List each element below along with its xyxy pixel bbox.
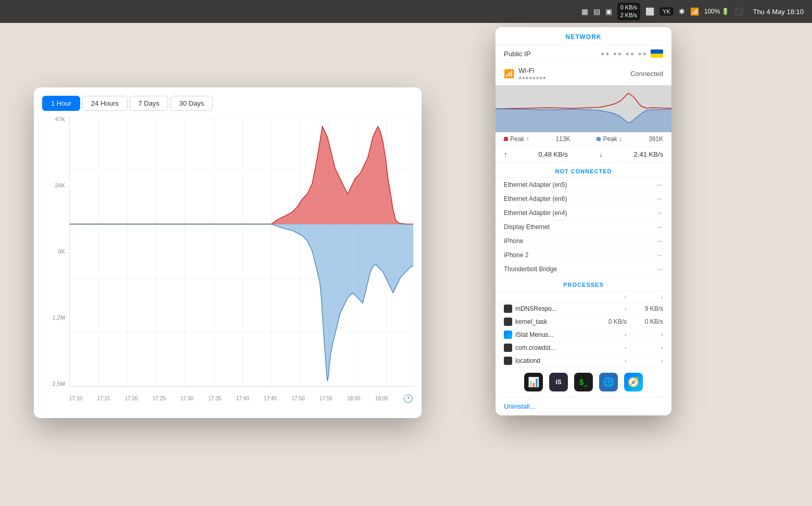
adapter-icon-5: ↔	[656, 251, 663, 259]
peak-up-value: 113K	[556, 135, 570, 143]
y-label-4: 2,5M	[42, 381, 65, 387]
y-axis: 47K 24K 0K 1,2M 2,5M	[42, 116, 67, 387]
adapter-row-6[interactable]: Thunderbolt Bridge ↔	[496, 262, 671, 276]
processes-header: ↑ ↓	[496, 292, 671, 302]
adapter-name-5: iPhone 2	[504, 251, 528, 259]
process-down-3: -	[627, 344, 663, 351]
screen-icon[interactable]: ⬜	[645, 7, 654, 16]
mem-icon[interactable]: ▤	[593, 7, 600, 16]
process-up-3: -	[590, 344, 627, 351]
btn-1hour[interactable]: 1 Hour	[42, 96, 80, 111]
processes-down-header: ↓	[627, 294, 663, 300]
peak-down-value: 391K	[649, 135, 663, 143]
adapter-name-2: Ethernet Adapter (en4)	[504, 209, 567, 217]
svg-marker-22	[496, 109, 671, 132]
graph-toolbar: 1 Hour 24 Hours 7 Days 30 Days	[34, 87, 422, 116]
process-up-1: 0 KB/s	[590, 318, 627, 325]
graph-window: 1 Hour 24 Hours 7 Days 30 Days 47K 24K 0…	[34, 87, 422, 418]
peak-down-dot	[597, 137, 601, 141]
x-label-6: 17:40	[236, 396, 249, 401]
adapter-name-1: Ethernet Adapter (en6)	[504, 195, 567, 203]
battery-percent: 100%	[704, 8, 720, 15]
adapter-row-0[interactable]: Ethernet Adapter (en5) ↔	[496, 178, 671, 192]
network-speed-display[interactable]: 0 KB/s 2 KB/s	[617, 3, 640, 21]
adapter-row-5[interactable]: iPhone 2 ↔	[496, 248, 671, 262]
down-arrow: ↓	[599, 150, 603, 158]
adapter-icon-6: ↔	[656, 265, 663, 273]
process-down-1: 0 KB/s	[627, 318, 663, 325]
adapter-icon-2: ↔	[656, 209, 663, 217]
wifi-icon[interactable]: 📶	[690, 7, 699, 16]
x-label-2: 17:20	[125, 396, 138, 401]
wifi-left: 📶 Wi-Fi ●●●●●●●●	[504, 67, 546, 81]
x-axis: 17:10 17:15 17:20 17:25 17:30 17:35 17:4…	[69, 389, 413, 408]
process-name-3: com.crowdst...	[515, 344, 590, 351]
process-icon-4	[504, 357, 512, 365]
y-label-0: 47K	[42, 116, 65, 122]
speed-row: ↑ 0,48 KB/s ↓ 2,41 KB/s	[496, 146, 671, 163]
public-ip-value: ●● ●● ●● ●●	[601, 49, 663, 58]
btn-24hours[interactable]: 24 Hours	[82, 96, 128, 111]
btn-30days[interactable]: 30 Days	[170, 96, 213, 111]
y-label-2: 0K	[42, 248, 65, 255]
adapter-row-4[interactable]: iPhone ↔	[496, 234, 671, 248]
svg-marker-19	[70, 126, 413, 224]
x-label-7: 17:45	[264, 396, 277, 401]
terminal-icon[interactable]: $_	[574, 373, 593, 391]
ip-dots: ●● ●● ●● ●●	[601, 50, 648, 57]
cpu-icon[interactable]: ▦	[581, 7, 588, 16]
chart-svg	[70, 116, 413, 386]
process-down-4: -	[627, 357, 663, 364]
adapter-name-3: Display Ethernet	[504, 223, 550, 231]
adapter-name-6: Thunderbolt Bridge	[504, 265, 557, 273]
istat-icon[interactable]: iS	[549, 373, 568, 391]
wifi-icon-panel: 📶	[504, 69, 514, 79]
x-label-11: 18:05	[375, 396, 388, 401]
process-row-2: iStat Menus... - -	[496, 328, 671, 341]
ukraine-flag	[651, 49, 663, 58]
battery-indicator[interactable]: 100% 🔋	[704, 8, 730, 15]
not-connected-title: NOT CONNECTED	[496, 163, 671, 178]
safari-icon[interactable]: 🧭	[624, 373, 643, 391]
mini-chart	[496, 85, 671, 132]
y-label-3: 1,2M	[42, 314, 65, 321]
network-browser-icon[interactable]: 🌐	[599, 373, 618, 391]
x-label-0: 17:10	[69, 396, 82, 401]
display-icon[interactable]: ⬛	[734, 7, 743, 16]
peak-up-item: Peak ↑	[504, 135, 529, 143]
process-icon-2	[504, 331, 512, 339]
process-row-0: mDNSRespo... - 9 KB/s	[496, 302, 671, 315]
uninstall-label: Uninstall...	[504, 402, 536, 410]
adapter-name-4: iPhone	[504, 237, 523, 245]
adapter-icon-1: ↔	[656, 195, 663, 203]
istat-badge[interactable]: YK	[659, 7, 674, 16]
uninstall-row[interactable]: Uninstall...	[496, 397, 671, 415]
btn-7days[interactable]: 7 Days	[130, 96, 168, 111]
peak-down-label: Peak ↓	[603, 135, 622, 143]
peak-row: Peak ↑ 113K Peak ↓ 391K	[496, 132, 671, 146]
activity-monitor-icon[interactable]: 📊	[524, 373, 543, 391]
wifi-row: 📶 Wi-Fi ●●●●●●●● Connected	[496, 62, 671, 85]
x-label-4: 17:30	[181, 396, 194, 401]
up-arrow: ↑	[504, 150, 508, 158]
bottom-icons-row: 📊 iS $_ 🌐 🧭	[496, 368, 671, 397]
bluetooth-icon[interactable]: ✱	[679, 7, 685, 16]
peak-up-label: Peak ↑	[510, 135, 529, 143]
network-title: NETWORK	[496, 27, 671, 45]
adapter-row-2[interactable]: Ethernet Adapter (en4) ↔	[496, 206, 671, 220]
adapter-row-1[interactable]: Ethernet Adapter (en6) ↔	[496, 192, 671, 206]
x-label-10: 18:00	[347, 396, 360, 401]
x-label-3: 17:25	[153, 396, 166, 401]
process-name-4: locationd	[515, 357, 590, 364]
disk-icon[interactable]: ▣	[605, 7, 612, 16]
process-name-2: iStat Menus...	[515, 331, 590, 338]
adapter-row-3[interactable]: Display Ethernet ↔	[496, 220, 671, 234]
wifi-ssid: ●●●●●●●●	[518, 74, 546, 81]
public-ip-label: Public IP	[504, 50, 530, 58]
speed-up: 0,48 KB/s	[539, 150, 568, 158]
processes-up-header: ↑	[590, 294, 627, 300]
processes-title: PROCESSES	[496, 276, 671, 292]
process-icon-3	[504, 344, 512, 352]
process-up-4: -	[590, 357, 627, 364]
clock-icon: 🕐	[403, 394, 413, 403]
